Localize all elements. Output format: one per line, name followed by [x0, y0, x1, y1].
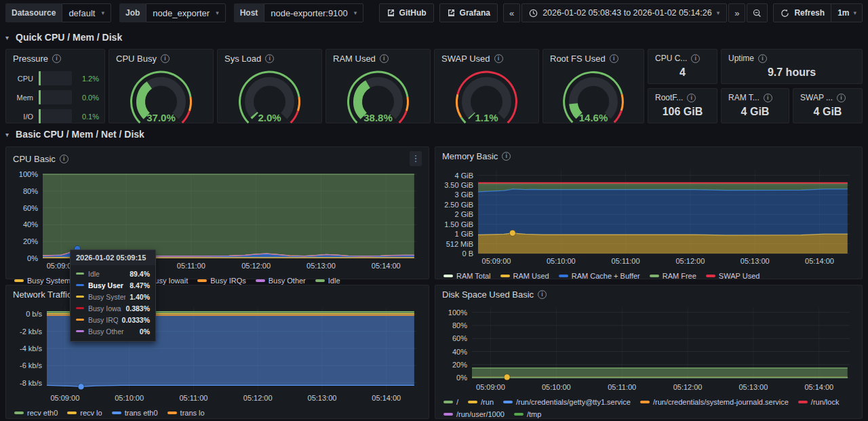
legend-item[interactable]: / [443, 397, 458, 407]
pressure-value: 0.0% [77, 94, 99, 102]
panel-title[interactable]: SWAP ...i [793, 89, 862, 105]
legend-item[interactable]: trans eth0 [112, 408, 158, 418]
svg-text:05:13:00: 05:13:00 [741, 257, 770, 265]
legend-item[interactable]: /run/lock [798, 397, 840, 407]
job-value[interactable]: node_exporter▾ [146, 3, 225, 22]
svg-text:05:12:00: 05:12:00 [241, 262, 271, 270]
time-range-picker[interactable]: 2026-01-02 05:08:43 to 2026-01-02 05:14:… [521, 3, 727, 22]
legend-label: SWAP Used [719, 271, 760, 281]
job-picker[interactable]: Job node_exporter▾ [119, 3, 226, 22]
grafana-link-button[interactable]: Grafana [439, 3, 498, 22]
legend-item[interactable]: Idle [315, 276, 340, 285]
pressure-value: 1.2% [77, 75, 99, 83]
pressure-label: CPU [12, 75, 33, 83]
panel-title[interactable]: Memory Basici [435, 147, 862, 164]
panel-cpu-cores: CPU C...i 4 [648, 49, 717, 84]
legend-label: /run/user/1000 [456, 409, 505, 419]
panel-cpu-busy: CPU Busyi 37.0% [108, 49, 214, 123]
svg-text:05:11:00: 05:11:00 [608, 383, 636, 391]
svg-text:05:14:00: 05:14:00 [805, 257, 834, 265]
svg-text:-8 kb/s: -8 kb/s [20, 379, 43, 387]
refresh-interval-picker[interactable]: 1m▾ [831, 4, 856, 22]
legend-item[interactable]: /run/user/1000 [443, 409, 505, 419]
info-icon: i [837, 94, 846, 102]
chart-legend: recv eth0recv lotrans eth0trans lo [6, 407, 429, 419]
chart-canvas[interactable]: 0 B512 MiB1 GiB1.50 GiB2 GiB2.50 GiB3 Gi… [441, 164, 856, 270]
panel-title[interactable]: SWAP Usedi [435, 49, 538, 66]
legend-item[interactable]: /run/credentials/getty@tty1.service [503, 397, 631, 407]
svg-text:2.50 GiB: 2.50 GiB [444, 201, 473, 209]
panel-title[interactable]: CPU Busyi [109, 49, 213, 66]
external-link-icon [447, 9, 455, 17]
host-value[interactable]: node-exporter:9100▾ [264, 3, 363, 22]
grafana-dashboard: Datasource default▾ Job node_exporter▾ H… [0, 0, 868, 421]
legend-item[interactable]: /run [468, 397, 494, 407]
tooltip-rows: Idle89.4%Busy User8.47%Busy System1.40%B… [71, 265, 155, 341]
refresh-button[interactable]: Refresh [781, 8, 825, 18]
info-icon: i [494, 54, 503, 63]
zoom-out-button[interactable] [747, 3, 768, 22]
datasource-value[interactable]: default▾ [62, 3, 111, 22]
tooltip-row: Busy IRQs0.0333% [71, 314, 155, 325]
series-value: 0.383% [125, 304, 150, 313]
legend-item[interactable]: Busy IRQs [197, 276, 246, 285]
datasource-picker[interactable]: Datasource default▾ [5, 3, 111, 22]
info-icon: i [758, 54, 767, 63]
pressure-value: 0.1% [77, 113, 99, 121]
legend-item[interactable]: Busy Other [256, 276, 306, 285]
time-shift-forward-button[interactable]: » [728, 3, 745, 22]
panel-title[interactable]: CPU Basici⋮ [6, 147, 429, 169]
panel-title[interactable]: RAM Usedi [326, 49, 430, 66]
legend-item[interactable]: recv lo [67, 408, 102, 418]
legend-swatch [14, 279, 24, 282]
info-icon: i [538, 290, 547, 299]
section-quick-cpu-mem-disk[interactable]: ▾ Quick CPU / Mem / Disk [5, 32, 122, 43]
legend-item[interactable]: recv eth0 [14, 408, 58, 418]
gauge-value: 37.0% [109, 112, 213, 123]
legend-item[interactable]: RAM Total [443, 271, 491, 281]
pressure-row: CPU1.2% [12, 71, 99, 85]
section-basic-cpu-mem-net-disk[interactable]: ▾ Basic CPU / Mem / Net / Disk [5, 129, 144, 140]
svg-text:05:11:00: 05:11:00 [612, 257, 640, 265]
legend-item[interactable]: Busy System [14, 276, 71, 285]
panel-menu-icon[interactable]: ⋮ [410, 151, 422, 166]
legend-label: RAM Total [456, 271, 491, 281]
panel-title[interactable]: Sys Loadi [218, 49, 321, 66]
legend-item[interactable]: trans lo [167, 408, 205, 418]
panel-uptime: Uptimei 9.7 hours [721, 49, 863, 84]
legend-item[interactable]: SWAP Used [706, 271, 760, 281]
panel-title[interactable]: Uptimei [722, 49, 862, 66]
svg-text:05:13:00: 05:13:00 [308, 394, 337, 402]
legend-item[interactable]: RAM Cache + Buffer [559, 271, 640, 281]
time-range-text: 2026-01-02 05:08:43 to 2026-01-02 05:14:… [542, 8, 712, 18]
panel-title[interactable]: Disk Space Used Basici [435, 285, 862, 302]
legend-swatch [503, 401, 513, 403]
host-picker[interactable]: Host node-exporter:9100▾ [234, 3, 364, 22]
panel-title[interactable]: Pressurei [6, 49, 104, 66]
series-value: 0% [140, 327, 150, 336]
legend-item[interactable]: RAM Used [500, 271, 549, 281]
info-icon: i [502, 152, 511, 161]
legend-item[interactable]: /tmp [514, 409, 541, 419]
chart-canvas[interactable]: 0%20%40%60%80%100%05:09:0005:10:0005:11:… [441, 302, 856, 396]
info-icon: i [691, 54, 700, 63]
series-value: 89.4% [130, 270, 150, 278]
info-icon: i [380, 54, 389, 63]
legend-item[interactable]: /run/credentials/systemd-journald.servic… [640, 397, 789, 407]
svg-text:05:10:00: 05:10:00 [115, 394, 144, 402]
panel-title[interactable]: RootF...i [648, 89, 717, 105]
time-shift-back-button[interactable]: « [503, 3, 520, 22]
panel-title[interactable]: Root FS Usedi [543, 49, 644, 66]
github-link-button[interactable]: GitHub [379, 3, 434, 22]
legend-label: /run/credentials/systemd-journald.servic… [653, 397, 789, 407]
panel-title[interactable]: CPU C...i [648, 49, 717, 66]
panel-title[interactable]: RAM T...i [722, 89, 789, 105]
svg-text:0%: 0% [456, 374, 467, 382]
svg-text:100%: 100% [19, 170, 38, 178]
legend-item[interactable]: RAM Free [650, 271, 696, 281]
legend-label: Idle [328, 276, 340, 285]
svg-text:05:10:00: 05:10:00 [547, 257, 576, 265]
svg-text:0 b/s: 0 b/s [26, 310, 42, 318]
gauge: 2.0% [218, 66, 321, 125]
panel-cpu-basic: CPU Basici⋮ 0%20%40%60%80%100%05:09:0005… [5, 146, 429, 279]
